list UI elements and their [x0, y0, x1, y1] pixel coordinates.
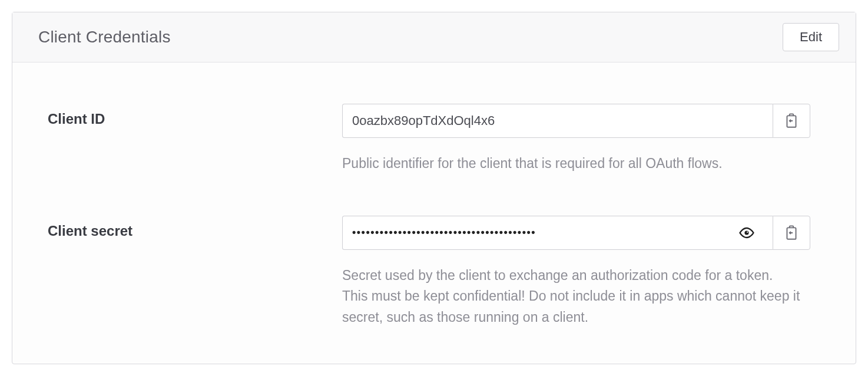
- svg-point-2: [747, 231, 748, 232]
- client-secret-row: Client secret ••••••••••••••••••••••••••…: [48, 216, 820, 328]
- panel-title: Client Credentials: [38, 28, 171, 47]
- eye-icon: [738, 227, 755, 239]
- reveal-secret-button[interactable]: [735, 227, 763, 239]
- svg-point-1: [744, 230, 748, 235]
- client-secret-masked: ••••••••••••••••••••••••••••••••••••••••: [352, 226, 735, 239]
- svg-rect-0: [787, 116, 796, 127]
- client-secret-input[interactable]: ••••••••••••••••••••••••••••••••••••••••: [342, 216, 773, 250]
- client-id-help: Public identifier for the client that is…: [342, 153, 801, 174]
- client-id-input-group: 0oazbx89opTdXdOql4x6: [342, 104, 810, 138]
- client-secret-help: Secret used by the client to exchange an…: [342, 265, 801, 328]
- panel-body: Client ID 0oazbx89opTdXdOql4x6: [12, 62, 856, 364]
- panel-header: Client Credentials Edit: [12, 12, 856, 62]
- edit-button[interactable]: Edit: [783, 23, 839, 51]
- client-credentials-panel: Client Credentials Edit Client ID 0oazbx…: [12, 12, 856, 364]
- copy-client-secret-button[interactable]: [773, 216, 810, 250]
- copy-client-id-button[interactable]: [773, 104, 810, 138]
- client-id-input[interactable]: 0oazbx89opTdXdOql4x6: [342, 104, 773, 138]
- clipboard-icon: [784, 225, 799, 241]
- client-id-row: Client ID 0oazbx89opTdXdOql4x6: [48, 104, 820, 174]
- client-secret-input-group: ••••••••••••••••••••••••••••••••••••••••: [342, 216, 810, 250]
- client-id-label: Client ID: [48, 111, 342, 127]
- clipboard-icon: [784, 113, 799, 129]
- svg-rect-3: [787, 228, 796, 239]
- client-secret-label: Client secret: [48, 223, 342, 239]
